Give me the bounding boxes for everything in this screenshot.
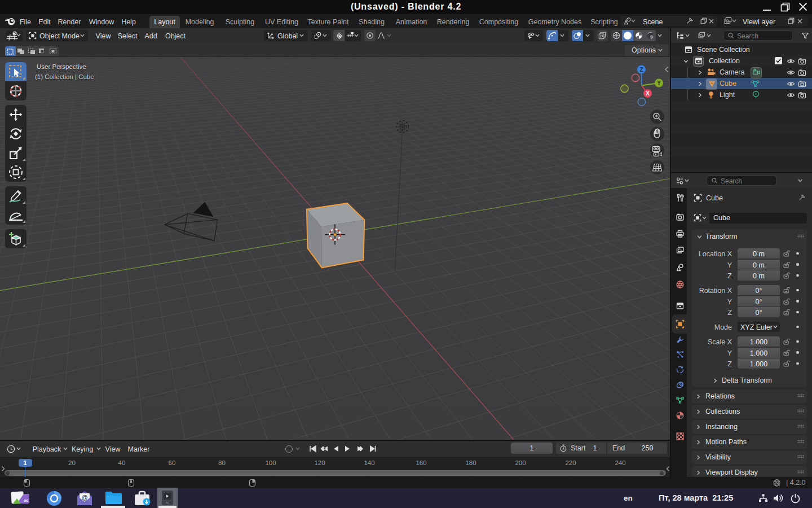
svg-text:@: @	[81, 494, 87, 501]
svg-text:Z: Z	[639, 67, 643, 73]
svg-text:Y: Y	[657, 80, 661, 86]
svg-text:X: X	[646, 90, 650, 97]
svg-text:sc: sc	[166, 501, 170, 504]
svg-text:oc: oc	[24, 498, 28, 502]
